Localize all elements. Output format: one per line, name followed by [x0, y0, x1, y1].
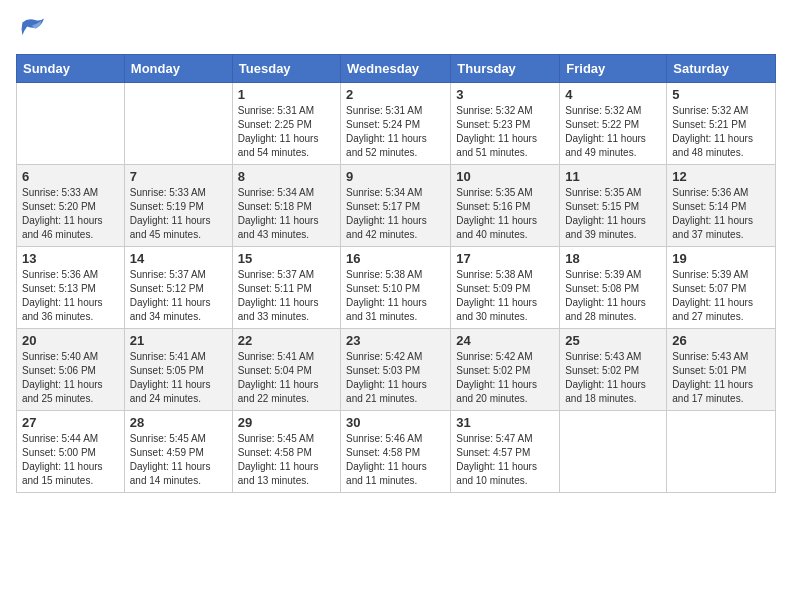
cell-info: Sunrise: 5:41 AM Sunset: 5:04 PM Dayligh…	[238, 350, 335, 406]
day-number: 27	[22, 415, 119, 430]
cell-info: Sunrise: 5:42 AM Sunset: 5:02 PM Dayligh…	[456, 350, 554, 406]
day-number: 21	[130, 333, 227, 348]
cell-info: Sunrise: 5:33 AM Sunset: 5:20 PM Dayligh…	[22, 186, 119, 242]
calendar-cell: 17Sunrise: 5:38 AM Sunset: 5:09 PM Dayli…	[451, 247, 560, 329]
cell-info: Sunrise: 5:45 AM Sunset: 4:59 PM Dayligh…	[130, 432, 227, 488]
calendar-cell	[124, 83, 232, 165]
day-number: 5	[672, 87, 770, 102]
calendar-header-friday: Friday	[560, 55, 667, 83]
calendar-cell: 11Sunrise: 5:35 AM Sunset: 5:15 PM Dayli…	[560, 165, 667, 247]
cell-info: Sunrise: 5:47 AM Sunset: 4:57 PM Dayligh…	[456, 432, 554, 488]
calendar-cell: 4Sunrise: 5:32 AM Sunset: 5:22 PM Daylig…	[560, 83, 667, 165]
calendar-cell: 26Sunrise: 5:43 AM Sunset: 5:01 PM Dayli…	[667, 329, 776, 411]
cell-info: Sunrise: 5:42 AM Sunset: 5:03 PM Dayligh…	[346, 350, 445, 406]
cell-info: Sunrise: 5:43 AM Sunset: 5:01 PM Dayligh…	[672, 350, 770, 406]
day-number: 4	[565, 87, 661, 102]
cell-info: Sunrise: 5:36 AM Sunset: 5:14 PM Dayligh…	[672, 186, 770, 242]
day-number: 8	[238, 169, 335, 184]
day-number: 7	[130, 169, 227, 184]
cell-info: Sunrise: 5:35 AM Sunset: 5:15 PM Dayligh…	[565, 186, 661, 242]
cell-info: Sunrise: 5:32 AM Sunset: 5:21 PM Dayligh…	[672, 104, 770, 160]
cell-info: Sunrise: 5:36 AM Sunset: 5:13 PM Dayligh…	[22, 268, 119, 324]
day-number: 12	[672, 169, 770, 184]
calendar-header-tuesday: Tuesday	[232, 55, 340, 83]
calendar-cell: 31Sunrise: 5:47 AM Sunset: 4:57 PM Dayli…	[451, 411, 560, 493]
calendar-week-row: 1Sunrise: 5:31 AM Sunset: 2:25 PM Daylig…	[17, 83, 776, 165]
cell-info: Sunrise: 5:37 AM Sunset: 5:11 PM Dayligh…	[238, 268, 335, 324]
cell-info: Sunrise: 5:34 AM Sunset: 5:18 PM Dayligh…	[238, 186, 335, 242]
day-number: 23	[346, 333, 445, 348]
day-number: 9	[346, 169, 445, 184]
calendar-week-row: 6Sunrise: 5:33 AM Sunset: 5:20 PM Daylig…	[17, 165, 776, 247]
calendar-cell: 23Sunrise: 5:42 AM Sunset: 5:03 PM Dayli…	[341, 329, 451, 411]
day-number: 31	[456, 415, 554, 430]
calendar-cell: 3Sunrise: 5:32 AM Sunset: 5:23 PM Daylig…	[451, 83, 560, 165]
cell-info: Sunrise: 5:32 AM Sunset: 5:23 PM Dayligh…	[456, 104, 554, 160]
calendar-cell: 12Sunrise: 5:36 AM Sunset: 5:14 PM Dayli…	[667, 165, 776, 247]
cell-info: Sunrise: 5:34 AM Sunset: 5:17 PM Dayligh…	[346, 186, 445, 242]
cell-info: Sunrise: 5:39 AM Sunset: 5:08 PM Dayligh…	[565, 268, 661, 324]
calendar-cell: 20Sunrise: 5:40 AM Sunset: 5:06 PM Dayli…	[17, 329, 125, 411]
day-number: 26	[672, 333, 770, 348]
calendar-week-row: 20Sunrise: 5:40 AM Sunset: 5:06 PM Dayli…	[17, 329, 776, 411]
day-number: 11	[565, 169, 661, 184]
cell-info: Sunrise: 5:37 AM Sunset: 5:12 PM Dayligh…	[130, 268, 227, 324]
calendar-cell: 22Sunrise: 5:41 AM Sunset: 5:04 PM Dayli…	[232, 329, 340, 411]
calendar-header-monday: Monday	[124, 55, 232, 83]
day-number: 28	[130, 415, 227, 430]
page-header	[16, 16, 776, 44]
cell-info: Sunrise: 5:46 AM Sunset: 4:58 PM Dayligh…	[346, 432, 445, 488]
cell-info: Sunrise: 5:32 AM Sunset: 5:22 PM Dayligh…	[565, 104, 661, 160]
cell-info: Sunrise: 5:40 AM Sunset: 5:06 PM Dayligh…	[22, 350, 119, 406]
day-number: 16	[346, 251, 445, 266]
calendar-cell: 15Sunrise: 5:37 AM Sunset: 5:11 PM Dayli…	[232, 247, 340, 329]
day-number: 29	[238, 415, 335, 430]
logo-bird-icon	[16, 16, 48, 44]
calendar-cell	[17, 83, 125, 165]
day-number: 15	[238, 251, 335, 266]
calendar-cell: 2Sunrise: 5:31 AM Sunset: 5:24 PM Daylig…	[341, 83, 451, 165]
calendar-cell	[667, 411, 776, 493]
cell-info: Sunrise: 5:38 AM Sunset: 5:10 PM Dayligh…	[346, 268, 445, 324]
cell-info: Sunrise: 5:44 AM Sunset: 5:00 PM Dayligh…	[22, 432, 119, 488]
day-number: 14	[130, 251, 227, 266]
calendar-cell: 25Sunrise: 5:43 AM Sunset: 5:02 PM Dayli…	[560, 329, 667, 411]
day-number: 22	[238, 333, 335, 348]
calendar-cell: 6Sunrise: 5:33 AM Sunset: 5:20 PM Daylig…	[17, 165, 125, 247]
day-number: 3	[456, 87, 554, 102]
day-number: 19	[672, 251, 770, 266]
cell-info: Sunrise: 5:38 AM Sunset: 5:09 PM Dayligh…	[456, 268, 554, 324]
calendar-cell: 28Sunrise: 5:45 AM Sunset: 4:59 PM Dayli…	[124, 411, 232, 493]
logo	[16, 16, 52, 44]
day-number: 13	[22, 251, 119, 266]
calendar-week-row: 27Sunrise: 5:44 AM Sunset: 5:00 PM Dayli…	[17, 411, 776, 493]
calendar-cell: 24Sunrise: 5:42 AM Sunset: 5:02 PM Dayli…	[451, 329, 560, 411]
calendar-cell: 19Sunrise: 5:39 AM Sunset: 5:07 PM Dayli…	[667, 247, 776, 329]
day-number: 1	[238, 87, 335, 102]
calendar-table: SundayMondayTuesdayWednesdayThursdayFrid…	[16, 54, 776, 493]
calendar-header-row: SundayMondayTuesdayWednesdayThursdayFrid…	[17, 55, 776, 83]
calendar-cell: 1Sunrise: 5:31 AM Sunset: 2:25 PM Daylig…	[232, 83, 340, 165]
cell-info: Sunrise: 5:31 AM Sunset: 5:24 PM Dayligh…	[346, 104, 445, 160]
cell-info: Sunrise: 5:35 AM Sunset: 5:16 PM Dayligh…	[456, 186, 554, 242]
calendar-cell: 18Sunrise: 5:39 AM Sunset: 5:08 PM Dayli…	[560, 247, 667, 329]
calendar-cell: 29Sunrise: 5:45 AM Sunset: 4:58 PM Dayli…	[232, 411, 340, 493]
day-number: 17	[456, 251, 554, 266]
calendar-cell: 10Sunrise: 5:35 AM Sunset: 5:16 PM Dayli…	[451, 165, 560, 247]
day-number: 18	[565, 251, 661, 266]
calendar-cell: 5Sunrise: 5:32 AM Sunset: 5:21 PM Daylig…	[667, 83, 776, 165]
cell-info: Sunrise: 5:43 AM Sunset: 5:02 PM Dayligh…	[565, 350, 661, 406]
calendar-cell: 14Sunrise: 5:37 AM Sunset: 5:12 PM Dayli…	[124, 247, 232, 329]
cell-info: Sunrise: 5:31 AM Sunset: 2:25 PM Dayligh…	[238, 104, 335, 160]
calendar-header-thursday: Thursday	[451, 55, 560, 83]
cell-info: Sunrise: 5:45 AM Sunset: 4:58 PM Dayligh…	[238, 432, 335, 488]
cell-info: Sunrise: 5:33 AM Sunset: 5:19 PM Dayligh…	[130, 186, 227, 242]
day-number: 2	[346, 87, 445, 102]
cell-info: Sunrise: 5:41 AM Sunset: 5:05 PM Dayligh…	[130, 350, 227, 406]
cell-info: Sunrise: 5:39 AM Sunset: 5:07 PM Dayligh…	[672, 268, 770, 324]
calendar-header-saturday: Saturday	[667, 55, 776, 83]
day-number: 20	[22, 333, 119, 348]
calendar-week-row: 13Sunrise: 5:36 AM Sunset: 5:13 PM Dayli…	[17, 247, 776, 329]
calendar-cell: 8Sunrise: 5:34 AM Sunset: 5:18 PM Daylig…	[232, 165, 340, 247]
calendar-cell	[560, 411, 667, 493]
